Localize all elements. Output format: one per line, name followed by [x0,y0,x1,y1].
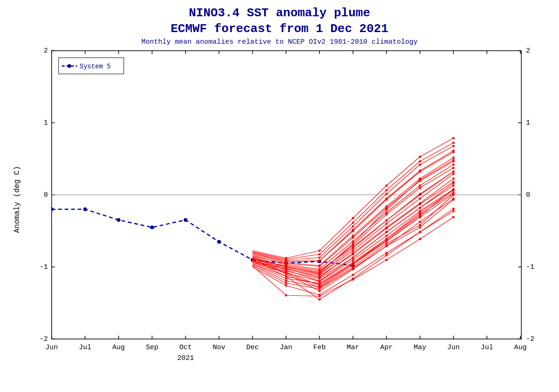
svg-point-191 [453,188,455,190]
svg-point-98 [352,240,354,242]
svg-point-181 [319,275,321,277]
svg-point-220 [419,155,421,158]
svg-point-197 [453,191,455,193]
svg-point-71 [453,207,455,210]
svg-point-116 [352,249,354,252]
svg-point-64 [419,224,421,226]
svg-point-195 [386,238,388,240]
x-label-dec2021: Dec [246,344,259,352]
svg-point-158 [352,236,354,239]
svg-point-46 [150,226,154,229]
x-label-sep2021: Sep [146,344,158,352]
svg-point-58 [419,226,421,228]
ensemble-lines [252,137,455,300]
svg-point-175 [319,269,321,272]
svg-point-190 [419,210,421,212]
svg-point-199 [319,272,321,274]
svg-point-153 [386,213,388,215]
svg-point-48 [217,240,221,244]
svg-point-208 [419,238,421,240]
svg-point-189 [386,234,388,237]
svg-point-185 [453,180,455,183]
svg-point-165 [386,198,388,200]
svg-point-194 [352,262,354,265]
y-tick-1: 1 [44,119,48,127]
svg-point-143 [453,197,455,199]
svg-point-157 [319,265,321,267]
svg-point-43 [50,207,53,211]
y-right-tick-minus1: -1 [526,263,534,271]
svg-point-173 [453,145,455,147]
svg-point-211 [319,253,321,255]
svg-point-164 [352,230,354,232]
svg-point-45 [117,218,120,222]
legend-observed-dot [67,64,71,68]
svg-point-55 [319,290,321,292]
x-label-jan2022: Jan [280,344,292,352]
svg-point-183 [386,227,388,229]
svg-point-192 [285,275,287,277]
x-label-jun2021: Jun [45,344,58,352]
svg-point-124 [419,206,421,209]
svg-point-141 [386,245,388,247]
x-label-feb2022: Feb [313,344,326,352]
x-label-jul2022: Jul [480,344,493,352]
svg-point-187 [319,280,321,282]
svg-point-47 [184,218,187,222]
svg-point-182 [352,253,354,255]
year-label: 2021 [177,354,194,362]
svg-point-89 [453,177,455,179]
y-tick-0: 0 [44,191,48,199]
svg-point-215 [453,141,455,144]
svg-point-219 [386,184,388,186]
x-label-nov2021: Nov [213,344,225,352]
svg-point-193 [319,283,321,285]
svg-point-101 [453,163,455,166]
svg-point-203 [453,159,455,161]
chart-container: NINO3.4 SST anomaly plume ECMWF forecast… [0,0,559,392]
svg-point-221 [453,137,455,139]
x-label-aug2022: Aug [514,344,526,352]
y-tick-minus2: -2 [40,335,48,343]
y-axis-label: Anomaly (deg C) [13,166,21,233]
svg-point-200 [352,242,354,245]
svg-point-125 [453,184,455,186]
y-tick-minus1: -1 [40,263,48,271]
svg-point-201 [386,208,388,211]
legend-label: System 5 [80,63,111,70]
svg-point-121 [319,277,321,279]
svg-point-166 [419,170,421,173]
svg-point-119 [453,173,455,175]
svg-point-144 [285,284,287,286]
x-label-aug2021: Aug [112,344,125,352]
svg-point-218 [352,217,354,219]
svg-point-184 [419,203,421,205]
svg-point-147 [386,252,388,254]
y-right-tick-0: 0 [526,191,530,199]
svg-point-126 [285,277,287,279]
y-right-tick-2: 2 [526,47,530,55]
svg-point-107 [453,156,455,159]
svg-point-171 [386,193,388,195]
svg-point-146 [352,273,354,276]
svg-point-179 [453,170,455,173]
x-label-jun2022: Jun [447,344,459,352]
svg-point-198 [285,266,287,268]
y-tick-2: 2 [44,47,48,55]
chart-title: NINO3.4 SST anomaly plume ECMWF forecast… [0,0,559,37]
svg-point-196 [419,213,421,215]
x-label-jul2021: Jul [79,344,91,352]
svg-point-186 [285,272,287,274]
x-label-may2022: May [413,344,426,352]
svg-point-172 [419,163,421,166]
svg-point-209 [453,216,455,218]
svg-point-123 [386,231,388,233]
chart-subtitle: Monthly mean anomalies relative to NCEP … [0,38,559,46]
svg-point-44 [83,207,87,211]
svg-point-213 [386,189,388,191]
svg-point-214 [419,160,421,162]
x-label-oct2021: Oct [179,344,192,352]
svg-point-117 [386,222,388,225]
title-line2: ECMWF forecast from 1 Dec 2021 [0,21,559,37]
svg-point-149 [453,210,455,212]
